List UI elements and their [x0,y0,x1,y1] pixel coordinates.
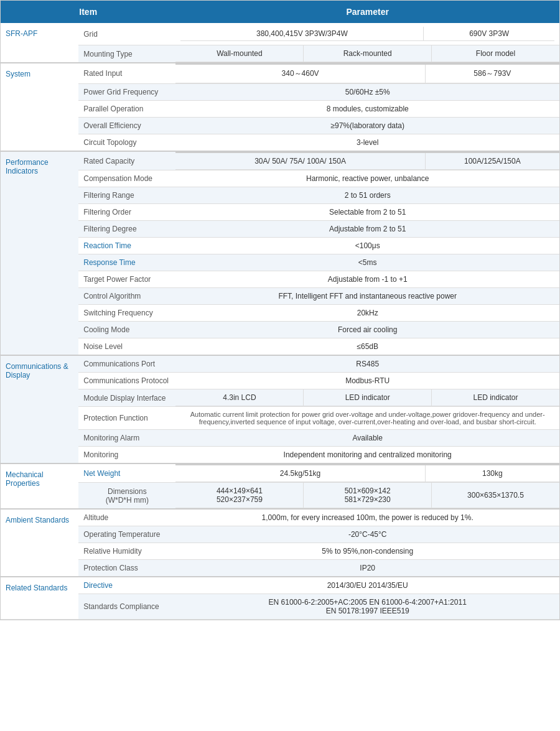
table-row: Communications & Display Communications … [1,355,559,373]
table-row: Circuit Topology 3-level [1,134,559,152]
table-row: Mounting Type Wall-mounted Rack-mounted … [1,45,559,63]
table-row: Response Time <5ms [1,254,559,271]
comms-port-val: RS485 [175,355,559,373]
protection-val: Automatic current limit protection for p… [175,407,559,430]
power-grid-freq-label: Power Grid Frequency [78,84,175,101]
target-pf-label: Target Power Factor [78,271,175,288]
mounting-label: Mounting Type [78,45,175,63]
mounting-val2: Rack-mounted [304,45,432,62]
comp-mode-label: Compensation Mode [78,170,175,187]
humidity-val: 5% to 95%,non-condensing [175,543,559,560]
table-row: Performance Indicators Rated Capacity 30… [1,151,559,170]
net-weight-val2: 130kg [425,465,559,482]
table-row: Protection Class IP20 [1,560,559,577]
noise-label: Noise Level [78,338,175,356]
display-val2: LED indicator [304,389,432,406]
category-mechanical: Mechanical Properties [1,463,78,509]
rated-cap-val2: 100A/125A/150A [425,152,559,170]
table-row: Filtering Degree Adjustable from 2 to 51 [1,221,559,238]
response-val: <5ms [175,254,559,271]
rated-input-label: Rated Input [78,63,175,84]
table-row: SFR-APF Grid 380,400,415V 3P3W/3P4W 690V… [1,23,559,45]
monitoring-label: Monitoring [78,447,175,464]
directive-val: 2014/30/EU 2014/35/EU [175,577,559,594]
op-temp-label: Operating Temperature [78,526,175,543]
dimensions-val1: 444×149×641 520×237×759 [175,483,304,508]
comms-proto-label: Communications Protocol [78,373,175,389]
table-row: Switching Frequency 20kHz [1,305,559,322]
category-performance: Performance Indicators [1,151,78,355]
reaction-label: Reaction Time [78,238,175,254]
table-row: Monitoring Alarm Available [1,430,559,447]
spec-table: Item Parameter SFR-APF Grid 380,400,415V… [0,0,560,620]
protection-class-label: Protection Class [78,560,175,577]
standards-val: EN 61000-6-2:2005+AC:2005 EN 61000-6-4:2… [175,594,559,620]
category-related: Related Standards [1,577,78,620]
circuit-val: 3-level [175,134,559,152]
reaction-val: <100μs [175,238,559,254]
table-row: Communications Protocol Modbus-RTU [1,373,559,389]
header-item: Item [1,1,175,23]
table-row: Operating Temperature -20°C-45°C [1,526,559,543]
dimensions-val2: 501×609×142 581×729×230 [304,483,432,508]
monitoring-alarm-val: Available [175,430,559,447]
filter-order-label: Filtering Order [78,204,175,221]
humidity-label: Relative Humidity [78,543,175,560]
mounting-val1: Wall-mounted [175,45,304,62]
dimensions-val3: 300×635×1370.5 [431,483,559,508]
table-row: Standards Compliance EN 61000-6-2:2005+A… [1,594,559,620]
switching-val: 20kHz [175,305,559,322]
directive-label: Directive [78,577,175,594]
grid-val2: 690V 3P3W [424,27,554,41]
rated-input-val1: 340～460V [175,64,425,83]
monitoring-alarm-label: Monitoring Alarm [78,430,175,447]
switching-label: Switching Frequency [78,305,175,322]
parallel-label: Parallel Operation [78,101,175,118]
header-param: Parameter [175,1,559,23]
display-label: Module Display Interface [78,389,175,407]
comms-port-label: Communications Port [78,355,175,373]
grid-label: Grid [78,23,175,45]
table-row: Reaction Time <100μs [1,238,559,254]
op-temp-val: -20°C-45°C [175,526,559,543]
altitude-val: 1,000m, for every increased 100m, the po… [175,509,559,526]
table-row: System Rated Input 340～460V 586～793V [1,63,559,84]
dimensions-label: Dimensions (W*D*H mm) [78,483,175,510]
grid-val1: 380,400,415V 3P3W/3P4W [180,27,423,41]
table-row: Overall Efficiency ≥97%(laboratory data) [1,118,559,134]
mounting-val3: Floor model [431,45,559,62]
power-grid-freq-val: 50/60Hz ±5% [175,84,559,101]
table-row: Mechanical Properties Net Weight 24.5kg/… [1,463,559,483]
filter-range-val: 2 to 51 orders [175,187,559,204]
noise-val: ≤65dB [175,338,559,356]
category-sfr: SFR-APF [1,23,78,63]
parallel-val: 8 modules, customizable [175,101,559,118]
table-row: Monitoring Independent monitoring and ce… [1,447,559,464]
rated-input-val2: 586～793V [425,64,559,83]
comp-mode-val: Harmonic, reactive power, unbalance [175,170,559,187]
efficiency-val: ≥97%(laboratory data) [175,118,559,134]
target-pf-val: Adjustable from -1 to +1 [175,271,559,288]
table-row: Ambient Standards Altitude 1,000m, for e… [1,509,559,526]
rated-cap-label: Rated Capacity [78,151,175,170]
protection-label: Protection Function [78,407,175,430]
filter-degree-val: Adjustable from 2 to 51 [175,221,559,238]
table-row: Filtering Order Selectable from 2 to 51 [1,204,559,221]
comms-proto-val: Modbus-RTU [175,373,559,389]
table-row: Cooling Mode Forced air cooling [1,322,559,338]
table-row: Parallel Operation 8 modules, customizab… [1,101,559,118]
table-row: Protection Function Automatic current li… [1,407,559,430]
table-row: Control Algorithm FFT, Intelligent FFT a… [1,288,559,305]
filter-degree-label: Filtering Degree [78,221,175,238]
protection-class-val: IP20 [175,560,559,577]
table-row: Related Standards Directive 2014/30/EU 2… [1,577,559,594]
response-label: Response Time [78,254,175,271]
net-weight-val1: 24.5kg/51kg [175,465,425,482]
control-alg-val: FFT, Intelligent FFT and instantaneous r… [175,288,559,305]
filter-range-label: Filtering Range [78,187,175,204]
table-row: Module Display Interface 4.3in LCD LED i… [1,389,559,407]
table-row: Compensation Mode Harmonic, reactive pow… [1,170,559,187]
table-row: Target Power Factor Adjustable from -1 t… [1,271,559,288]
efficiency-label: Overall Efficiency [78,118,175,134]
cooling-label: Cooling Mode [78,322,175,338]
